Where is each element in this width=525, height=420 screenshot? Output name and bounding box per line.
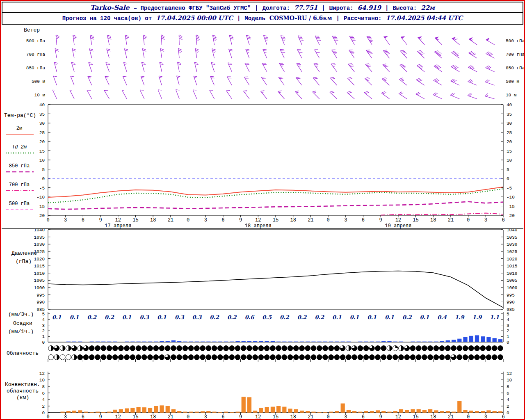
separator: |	[336, 15, 340, 22]
svg-text:40: 40	[39, 103, 45, 107]
svg-text:0: 0	[46, 217, 49, 223]
svg-text:10: 10	[507, 378, 512, 383]
svg-text:1040: 1040	[507, 228, 517, 233]
svg-text:1030: 1030	[34, 242, 45, 247]
svg-text:0.1: 0.1	[420, 314, 429, 320]
svg-text:3: 3	[204, 217, 207, 223]
svg-text:0.2: 0.2	[210, 314, 219, 320]
svg-text:-10: -10	[507, 195, 515, 200]
meteogram-chart: -20-20-15-15-10-10-5-5005510101515202025…	[1, 1, 524, 419]
svg-text:500 м: 500 м	[506, 79, 519, 84]
svg-text:1005: 1005	[507, 278, 517, 283]
svg-text:21: 21	[448, 217, 454, 223]
svg-text:0.1: 0.1	[157, 314, 167, 320]
svg-text:5: 5	[42, 312, 45, 317]
altitude-value: 22м	[421, 4, 435, 11]
svg-text:4: 4	[507, 397, 509, 402]
calculated-value: 17.04.2025 04:44 UTC	[386, 14, 463, 22]
precip-3h-label: (мм/3ч.)	[8, 311, 34, 317]
forecast-start-value: 17.04.2025 00:00 UTC	[156, 14, 233, 22]
svg-text:10: 10	[39, 158, 45, 163]
svg-text:10 м: 10 м	[34, 93, 46, 98]
svg-text:0.4: 0.4	[437, 314, 447, 320]
header-row-2: Прогноз на 120 часа(ов) от 17.04.2025 00…	[2, 13, 523, 24]
svg-text:6: 6	[507, 391, 509, 396]
svg-text:1.9: 1.9	[472, 314, 483, 320]
svg-text:-15: -15	[37, 204, 45, 209]
svg-text:20: 20	[39, 139, 45, 144]
svg-text:0.1: 0.1	[385, 314, 394, 320]
svg-text:15: 15	[273, 414, 278, 419]
svg-text:18: 18	[430, 217, 436, 223]
svg-text:21: 21	[168, 217, 173, 223]
svg-text:500 гПа: 500 гПа	[9, 201, 30, 207]
svg-text:0: 0	[42, 340, 45, 345]
svg-text:995: 995	[37, 293, 45, 298]
svg-text:18: 18	[150, 217, 156, 223]
svg-text:9: 9	[379, 217, 382, 223]
svg-text:9: 9	[239, 217, 242, 223]
temperature-legend: 2мTd 2м850 гПа700 гПа500 гПа	[6, 126, 34, 210]
svg-text:6: 6	[221, 414, 224, 419]
svg-text:0: 0	[507, 340, 509, 345]
svg-text:500 м: 500 м	[32, 79, 45, 84]
svg-text:1: 1	[507, 334, 509, 339]
svg-text:1010: 1010	[507, 271, 517, 276]
svg-text:500 гПа: 500 гПа	[26, 39, 46, 43]
svg-text:0: 0	[326, 414, 329, 419]
svg-text:1: 1	[42, 334, 45, 339]
svg-text:12: 12	[255, 414, 261, 419]
convective-bars	[60, 397, 502, 413]
svg-text:995: 995	[507, 293, 515, 298]
svg-text:1030: 1030	[507, 242, 517, 247]
forecast-label: Прогноз на 120 часа(ов) от	[62, 15, 152, 22]
svg-text:6: 6	[42, 391, 45, 396]
svg-text:0.2: 0.2	[297, 314, 307, 320]
svg-text:9: 9	[99, 217, 102, 223]
svg-text:21: 21	[308, 217, 313, 223]
provider-text: – Предоставлено ФГБУ "ЗапСиб УГМС"	[134, 5, 251, 11]
pressure-series	[48, 271, 503, 308]
separator: |	[237, 15, 240, 22]
svg-text:-15: -15	[507, 204, 515, 209]
svg-text:5: 5	[507, 167, 509, 172]
convective-title-line3: (км)	[16, 395, 29, 401]
svg-text:15: 15	[132, 414, 138, 419]
svg-text:0: 0	[467, 414, 470, 419]
svg-text:3: 3	[42, 323, 45, 328]
calculated-label: Рассчитано:	[344, 15, 381, 22]
svg-text:1025: 1025	[507, 249, 517, 254]
cloudiness-rows	[48, 346, 503, 360]
svg-text:9: 9	[99, 414, 102, 419]
separator: |	[255, 5, 258, 11]
svg-text:12: 12	[395, 217, 401, 223]
svg-text:0: 0	[42, 176, 45, 181]
altitude-label: Высота:	[393, 5, 417, 11]
svg-text:1.1: 1.1	[490, 314, 499, 320]
svg-text:8: 8	[507, 384, 509, 389]
precip-panel-title: Осадки	[13, 320, 32, 326]
svg-text:3: 3	[344, 414, 347, 419]
svg-text:3: 3	[484, 217, 487, 223]
svg-text:0.2: 0.2	[315, 314, 324, 320]
temperature-panel-title: Тем-ра(°C)	[4, 112, 36, 119]
svg-text:850 гПа: 850 гПа	[506, 66, 524, 71]
svg-text:5: 5	[507, 312, 509, 317]
svg-text:1020: 1020	[34, 257, 45, 262]
svg-text:18: 18	[150, 414, 156, 419]
svg-text:30: 30	[507, 121, 512, 126]
svg-text:10: 10	[507, 158, 512, 163]
svg-text:990: 990	[37, 300, 45, 305]
svg-text:35: 35	[39, 112, 45, 117]
svg-text:1015: 1015	[34, 264, 45, 269]
precipitation: 0.10.10.20.20.10.30.10.30.30.20.20.60.50…	[52, 314, 502, 342]
svg-text:0: 0	[42, 411, 45, 415]
svg-text:0.1: 0.1	[122, 314, 132, 320]
svg-text:1015: 1015	[507, 264, 517, 269]
svg-text:6: 6	[82, 217, 84, 223]
svg-text:6: 6	[362, 217, 365, 223]
svg-text:15: 15	[39, 149, 45, 154]
latitude-value: 64.919	[358, 4, 381, 11]
wind-barbs: 500 гПа500 гПа700 гПа700 гПа850 гПа850 г…	[26, 35, 524, 99]
svg-text:-20: -20	[37, 213, 45, 218]
